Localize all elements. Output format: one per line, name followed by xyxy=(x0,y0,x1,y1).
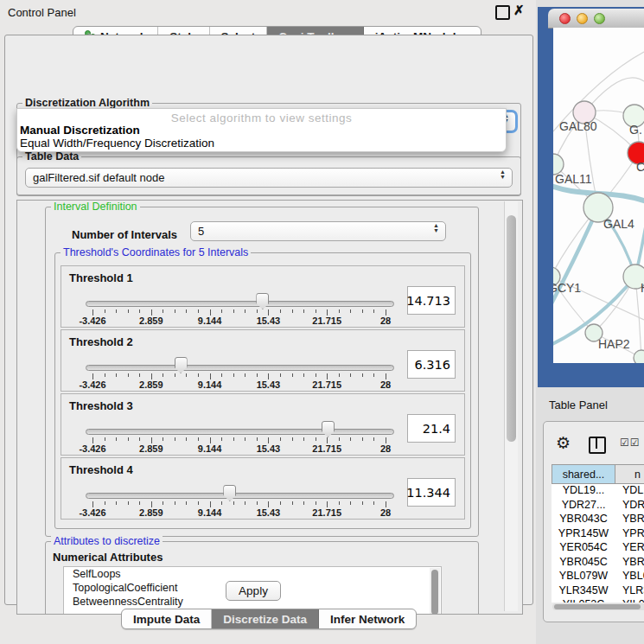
group-title: Table Data xyxy=(22,150,81,163)
slider-thumb[interactable] xyxy=(322,421,335,437)
cell-shared-name[interactable]: YDL19... xyxy=(552,484,615,499)
cell-shared-name[interactable]: YDR27... xyxy=(552,499,615,513)
threshold-value-field[interactable]: 6.316 xyxy=(407,350,456,379)
tick-mark xyxy=(292,309,293,313)
scrollbar-thumb[interactable] xyxy=(431,570,438,615)
cell-shared-name[interactable]: YLR345W xyxy=(552,584,615,599)
table-row[interactable]: YLR345WYLR3 xyxy=(552,584,644,599)
apply-button[interactable]: Apply xyxy=(226,581,281,601)
dropdown-option-manual[interactable]: Manual Discretization xyxy=(19,124,504,137)
zoom-traffic-icon[interactable] xyxy=(594,13,605,24)
cell-shared-name[interactable]: YPR145W xyxy=(552,527,615,542)
cell-name[interactable]: YER0 xyxy=(615,541,644,556)
cell-name[interactable]: YBR0 xyxy=(615,556,644,571)
tick-mark xyxy=(257,309,258,313)
cell-name[interactable]: YDR2 xyxy=(615,499,644,513)
tab-infer-network[interactable]: Infer Network xyxy=(319,609,416,628)
node-table[interactable]: shared... n YDL19...YDL1YDR27...YDR2YBR0… xyxy=(552,464,644,603)
split-columns-icon[interactable] xyxy=(589,437,606,454)
cell-name[interactable]: YBL0 xyxy=(615,570,644,584)
scrollbar-thumb[interactable] xyxy=(554,604,641,609)
gear-icon[interactable]: ⚙ xyxy=(556,435,571,451)
cell-name[interactable]: YBR0 xyxy=(615,513,644,527)
tick-label: 28 xyxy=(380,443,391,454)
list-item[interactable]: SelfLoops xyxy=(64,567,441,581)
node-label: G. xyxy=(629,123,642,137)
table-data-combobox[interactable]: galFiltered.sif default node ▲▼ xyxy=(25,168,513,188)
group-title: Attributes to discretize xyxy=(51,535,163,547)
control-panel: Control Panel ✗ Network Style Select Cyn… xyxy=(0,0,536,644)
group-title: Interval Definition xyxy=(51,201,140,213)
tick-label: 15.43 xyxy=(257,443,281,454)
number-of-intervals-combobox[interactable]: 5 ▲▼ xyxy=(190,221,446,241)
tab-impute-data[interactable]: Impute Data xyxy=(122,609,212,628)
table-row[interactable]: YDL19...YDL1 xyxy=(552,484,644,499)
node-label: C xyxy=(636,160,644,174)
tick-mark xyxy=(292,501,293,505)
tick-mark xyxy=(186,501,187,505)
tick-mark xyxy=(303,373,304,377)
vertical-scrollbar[interactable] xyxy=(504,201,518,611)
table-row[interactable]: YBR045CYBR0 xyxy=(552,556,644,571)
select-columns-icon[interactable]: ☑☑ xyxy=(620,437,641,449)
tick-label: 9.144 xyxy=(198,316,222,326)
cell-name[interactable]: YIL0 xyxy=(615,598,644,603)
tick-label: 21.715 xyxy=(312,443,341,454)
table-row[interactable]: YDR27...YDR2 xyxy=(552,499,644,513)
table-row[interactable]: YBL079WYBL0 xyxy=(552,570,644,584)
slider-thumb[interactable] xyxy=(223,485,236,501)
threshold-value-field[interactable]: 21.4 xyxy=(407,414,456,443)
tick-label: 15.43 xyxy=(257,379,281,390)
network-window-titlebar[interactable] xyxy=(548,9,644,29)
node-label: GCY1 xyxy=(553,281,581,295)
horizontal-scrollbar[interactable] xyxy=(552,603,644,610)
minimize-traffic-icon[interactable] xyxy=(577,13,588,24)
tick-mark xyxy=(233,437,234,441)
cell-name[interactable]: YDL1 xyxy=(615,484,644,499)
network-graph: GAL80G.CGAL11GAL4GCY1HHAP2 xyxy=(553,28,644,363)
threshold-slider[interactable] xyxy=(86,365,394,371)
close-traffic-icon[interactable] xyxy=(559,13,571,24)
threshold-value-field[interactable]: 14.713 xyxy=(407,286,456,315)
tab-discretize-data[interactable]: Discretize Data xyxy=(212,609,319,628)
node-label: GAL80 xyxy=(559,119,597,133)
tick-mark xyxy=(386,373,386,379)
cell-name[interactable]: YLR3 xyxy=(615,584,644,599)
cell-shared-name[interactable]: YIL052C xyxy=(552,598,615,603)
close-icon[interactable]: ✗ xyxy=(513,3,525,18)
table-row[interactable]: YPR145WYPR1 xyxy=(552,527,644,542)
network-canvas[interactable]: GAL80G.CGAL11GAL4GCY1HHAP2 xyxy=(553,28,644,363)
threshold-value-field[interactable]: 11.344 xyxy=(407,478,456,507)
column-header-shared-name[interactable]: shared... xyxy=(552,465,615,483)
slider-thumb[interactable] xyxy=(256,293,269,309)
tick-label: 9.144 xyxy=(198,379,222,390)
cyni-mode-tab-bar: Impute Data Discretize Data Infer Networ… xyxy=(121,609,417,629)
cell-shared-name[interactable]: YBR043C xyxy=(552,513,615,527)
table-row[interactable]: YIL052CYIL0 xyxy=(552,598,644,603)
tick-mark xyxy=(245,501,245,505)
threshold-slider[interactable] xyxy=(86,493,394,499)
combo-arrows-icon: ▲▼ xyxy=(500,169,506,180)
cell-shared-name[interactable]: YER054C xyxy=(552,541,615,556)
tick-mark xyxy=(373,309,374,313)
scrollbar-thumb[interactable] xyxy=(507,215,516,442)
tick-mark xyxy=(268,373,269,379)
cell-shared-name[interactable]: YBR045C xyxy=(552,556,615,571)
column-header-name[interactable]: n xyxy=(615,465,644,483)
threshold-panel: Threshold 2 -3.4262.8599.14415.4321.7152… xyxy=(61,329,465,392)
tick-mark xyxy=(386,309,386,316)
list-scrollbar[interactable] xyxy=(430,568,440,615)
table-row[interactable]: YBR043CYBR0 xyxy=(552,513,644,527)
dropdown-option-equal-width[interactable]: Equal Width/Frequency Discretization xyxy=(19,137,504,150)
threshold-slider[interactable] xyxy=(86,301,394,307)
cell-shared-name[interactable]: YBL079W xyxy=(552,570,615,584)
network-node[interactable] xyxy=(634,350,644,363)
float-window-icon[interactable] xyxy=(495,5,510,20)
tick-mark xyxy=(128,437,129,441)
table-row[interactable]: YER054CYER0 xyxy=(552,541,644,556)
dropdown-placeholder: Select algorithm to view settings xyxy=(17,112,506,124)
tick-mark xyxy=(128,501,129,505)
slider-thumb[interactable] xyxy=(175,357,188,373)
threshold-slider[interactable] xyxy=(86,429,394,435)
cell-name[interactable]: YPR1 xyxy=(615,527,644,542)
